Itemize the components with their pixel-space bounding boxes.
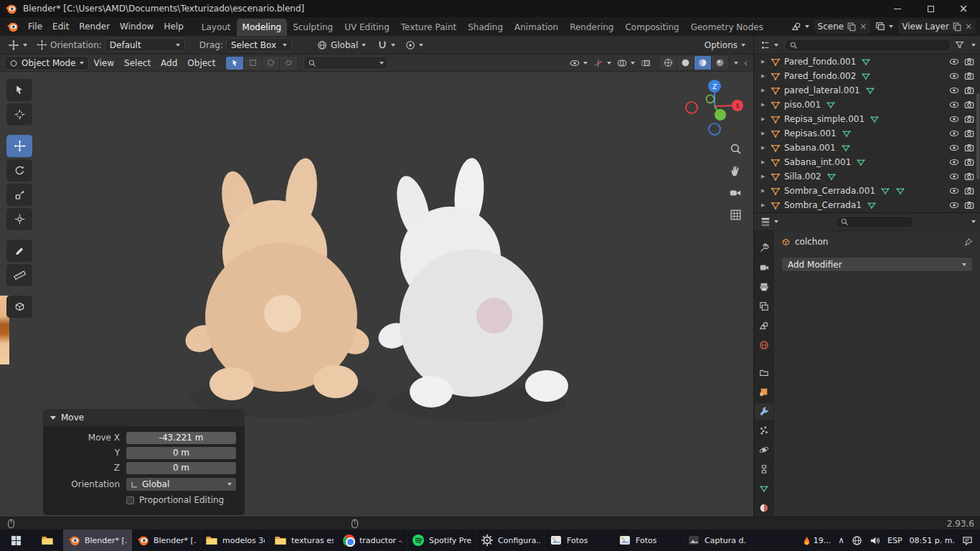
taskbar-app-traductor[interactable]: traductor -... bbox=[339, 529, 407, 551]
tab-world[interactable] bbox=[755, 336, 773, 353]
outliner-row[interactable]: ▶ Silla.002 bbox=[754, 169, 980, 184]
maximize-button[interactable] bbox=[914, 0, 947, 17]
tab-constraints[interactable] bbox=[755, 461, 773, 478]
tab-scene[interactable] bbox=[755, 317, 773, 334]
object-name[interactable]: Sabana.001 bbox=[784, 143, 836, 153]
object-name[interactable]: Sabana_int.001 bbox=[784, 157, 851, 167]
expand-arrow-icon[interactable]: ▶ bbox=[761, 202, 771, 208]
outliner-row[interactable]: ▶ Pared_fondo.002 bbox=[754, 69, 980, 83]
tab-collection[interactable] bbox=[755, 364, 773, 381]
annotate-tool[interactable] bbox=[6, 240, 32, 262]
properties-search-field[interactable] bbox=[835, 216, 914, 228]
panel-orientation-dropdown[interactable]: Global bbox=[126, 478, 236, 491]
gizmos-dropdown[interactable] bbox=[591, 56, 613, 70]
outliner-search-field[interactable] bbox=[784, 39, 951, 52]
expand-arrow-icon[interactable]: ▶ bbox=[761, 102, 771, 108]
clock[interactable]: 08:51 p. m. bbox=[910, 536, 955, 545]
render-visibility-icon[interactable] bbox=[964, 186, 974, 196]
transform-tool[interactable] bbox=[6, 208, 32, 230]
tab-tool[interactable] bbox=[755, 240, 773, 256]
tab-texture-paint[interactable]: Texture Paint bbox=[395, 19, 462, 36]
proportional-editing-checkbox[interactable] bbox=[126, 496, 134, 504]
hide-eye-icon[interactable] bbox=[949, 157, 959, 167]
tab-sculpting[interactable]: Sculpting bbox=[287, 19, 339, 36]
3d-viewport[interactable]: Z X Move Mov bbox=[0, 72, 753, 517]
scene-browse-button[interactable] bbox=[789, 19, 811, 34]
render-visibility-icon[interactable] bbox=[964, 128, 974, 138]
hide-eye-icon[interactable] bbox=[949, 171, 959, 182]
tab-particles[interactable] bbox=[755, 423, 773, 439]
shading-material-button[interactable] bbox=[694, 56, 712, 70]
collapse-header-icon[interactable]: ‹ bbox=[744, 57, 748, 68]
outliner-row[interactable]: ▶ Sabana_int.001 bbox=[754, 155, 980, 169]
outliner-editor-type-button[interactable] bbox=[758, 38, 781, 52]
hide-eye-icon[interactable] bbox=[949, 57, 959, 67]
rotate-tool[interactable] bbox=[6, 159, 32, 182]
orientation-dropdown[interactable]: Default bbox=[105, 38, 185, 52]
active-tool-button[interactable] bbox=[6, 38, 29, 52]
tab-modeling[interactable]: Modeling bbox=[237, 19, 288, 36]
select-box-button[interactable] bbox=[244, 57, 262, 70]
unlink-scene-icon[interactable]: × bbox=[859, 22, 867, 32]
tab-physics[interactable] bbox=[755, 442, 773, 458]
hide-eye-icon[interactable] bbox=[949, 71, 959, 81]
navigation-gizmo[interactable]: Z X bbox=[683, 79, 746, 145]
properties-options-chevron[interactable] bbox=[971, 220, 976, 223]
tab-shading[interactable]: Shading bbox=[462, 19, 509, 36]
close-button[interactable]: × bbox=[947, 0, 980, 17]
start-button[interactable] bbox=[0, 529, 32, 551]
network-icon[interactable] bbox=[852, 535, 862, 546]
viewport-search-field[interactable] bbox=[303, 56, 388, 70]
viewport-menu-select[interactable]: Select bbox=[119, 58, 156, 68]
gizmo-x-negative[interactable] bbox=[686, 102, 697, 113]
object-name[interactable]: Sombra_Cerrada.001 bbox=[784, 186, 875, 196]
hide-eye-icon[interactable] bbox=[949, 128, 959, 138]
tab-output[interactable] bbox=[755, 278, 773, 295]
proportional-editing-button[interactable] bbox=[403, 38, 425, 52]
view-layer-browse-button[interactable] bbox=[873, 19, 895, 34]
move-z-field[interactable]: 0 m bbox=[126, 462, 236, 474]
move-x-field[interactable]: -43.221 m bbox=[126, 432, 236, 444]
collapse-triangle-icon[interactable] bbox=[50, 416, 56, 420]
menu-window[interactable]: Window bbox=[115, 17, 159, 36]
filter-icon[interactable] bbox=[955, 40, 964, 50]
viewport-menu-view[interactable]: View bbox=[89, 58, 119, 68]
hide-eye-icon[interactable] bbox=[949, 143, 959, 153]
notifications-icon[interactable] bbox=[962, 535, 973, 546]
add-modifier-dropdown[interactable]: Add Modifier bbox=[781, 257, 973, 272]
taskbar-app-fotos-1[interactable]: Fotos bbox=[545, 529, 614, 551]
render-visibility-icon[interactable] bbox=[964, 171, 974, 182]
outliner-scrollbar[interactable] bbox=[976, 93, 979, 179]
active-object-name[interactable]: colchon bbox=[795, 237, 828, 247]
tab-compositing[interactable]: Compositing bbox=[619, 19, 684, 36]
object-name[interactable]: Silla.002 bbox=[784, 171, 821, 182]
select-box-tool[interactable] bbox=[6, 79, 32, 101]
render-visibility-icon[interactable] bbox=[964, 114, 974, 124]
hide-eye-icon[interactable] bbox=[949, 85, 959, 95]
overlays-dropdown[interactable] bbox=[615, 56, 637, 70]
gizmo-y-axis[interactable] bbox=[715, 109, 726, 121]
object-name[interactable]: Repisa_simple.001 bbox=[784, 114, 864, 124]
object-name[interactable]: Sombra_Cerrada1 bbox=[784, 200, 862, 210]
menu-render[interactable]: Render bbox=[74, 17, 115, 36]
zoom-button[interactable] bbox=[727, 140, 744, 157]
view-layer-selector[interactable]: View Layer × bbox=[898, 19, 976, 34]
options-dropdown[interactable]: Options bbox=[702, 38, 748, 52]
render-visibility-icon[interactable] bbox=[964, 143, 974, 153]
shading-rendered-button[interactable] bbox=[712, 56, 729, 70]
outliner-row[interactable]: ▶ Sombra_Cerrada1 bbox=[754, 198, 980, 212]
add-primitive-tool[interactable] bbox=[6, 296, 32, 318]
menu-file[interactable]: File bbox=[23, 17, 47, 36]
viewport-menu-object[interactable]: Object bbox=[182, 58, 220, 68]
minimize-button[interactable] bbox=[881, 0, 914, 17]
download-manager-tray[interactable]: 19... bbox=[802, 535, 831, 546]
tab-rendering[interactable]: Rendering bbox=[564, 19, 619, 36]
bunny-tan[interactable] bbox=[182, 156, 373, 400]
hide-eye-icon[interactable] bbox=[949, 200, 959, 210]
keyboard-language[interactable]: ESP bbox=[887, 536, 903, 545]
tab-uv-editing[interactable]: UV Editing bbox=[339, 19, 395, 36]
camera-view-button[interactable] bbox=[727, 184, 744, 202]
move-tool[interactable] bbox=[6, 135, 32, 157]
remove-view-layer-icon[interactable]: × bbox=[965, 22, 972, 32]
expand-arrow-icon[interactable]: ▶ bbox=[761, 59, 771, 65]
